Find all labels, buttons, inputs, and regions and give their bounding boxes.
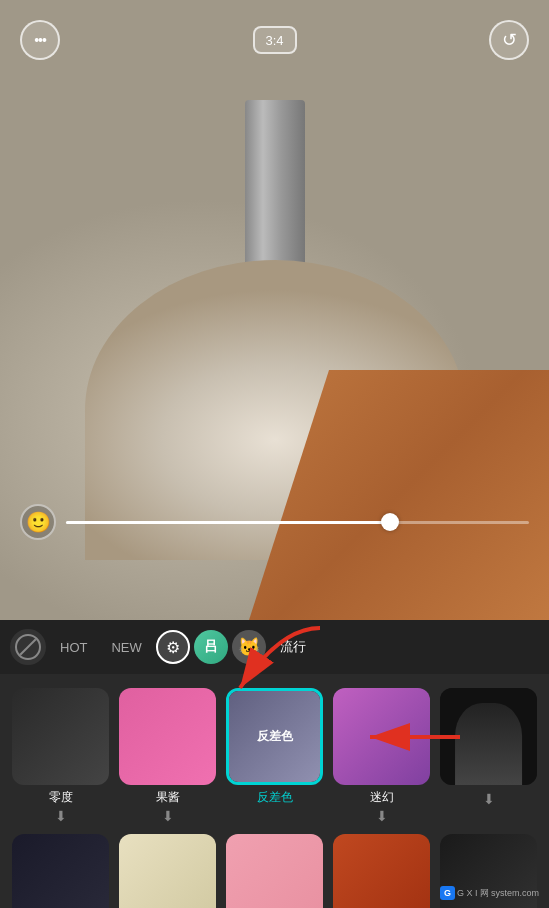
flip-icon: ↺ [502, 29, 517, 51]
more-button[interactable]: ••• [20, 20, 60, 60]
tab-lv[interactable]: 吕 [194, 630, 228, 664]
more-icon: ••• [34, 32, 46, 48]
download-icon-2[interactable]: ⬇ [162, 808, 174, 824]
lv-label: 吕 [204, 638, 218, 656]
filter-item-lingdu[interactable]: 零度 ⬇ [12, 688, 109, 824]
filter-tabs-bar: HOT NEW ⚙ 吕 🐱 流行 [0, 620, 549, 674]
tab-popular[interactable]: 流行 [270, 634, 316, 660]
watermark-domain: system.com [491, 888, 539, 898]
flip-camera-button[interactable]: ↺ [489, 20, 529, 60]
watermark: G G X I 网 system.com [440, 886, 539, 900]
beauty-slider-row: 🙂 [20, 504, 529, 540]
beauty-icon[interactable]: 🙂 [20, 504, 56, 540]
filter-item-fanchase[interactable]: 反差色 反差色 [226, 688, 323, 824]
tab-cat[interactable]: 🐱 [232, 630, 266, 664]
filter-item-portrait[interactable]: ⬇ [440, 688, 537, 824]
tab-hot[interactable]: HOT [50, 636, 97, 659]
ratio-label: 3:4 [265, 33, 283, 48]
filter-item-guojiang[interactable]: 果酱 ⬇ [119, 688, 216, 824]
filter-item-mihuan[interactable]: 迷幻 ⬇ [333, 688, 430, 824]
download-icon[interactable]: ⬇ [55, 808, 67, 824]
filter-item-mitao[interactable]: 蜜桃 ⬇ [226, 834, 323, 908]
face-icon: 🙂 [26, 510, 51, 534]
filter-item-fengye[interactable]: 枫叶 ⬇ [333, 834, 430, 908]
gear-icon: ⚙ [166, 638, 180, 657]
no-filter-button[interactable] [10, 629, 46, 665]
camera-viewfinder: ••• 3:4 ↺ 🙂 [0, 0, 549, 620]
download-icon-5[interactable]: ⬇ [483, 791, 495, 807]
watermark-site: G X I 网 [457, 887, 489, 900]
tab-new[interactable]: NEW [101, 636, 151, 659]
beauty-slider[interactable] [66, 521, 529, 524]
ratio-button[interactable]: 3:4 [253, 26, 297, 54]
filter-item-rixi[interactable]: 日系 ⬇ [119, 834, 216, 908]
filter-grid: 零度 ⬇ 果酱 ⬇ 反差色 反差色 迷幻 ⬇ [0, 674, 549, 908]
download-icon-4[interactable]: ⬇ [376, 808, 388, 824]
watermark-logo: G [440, 886, 455, 900]
top-toolbar: ••• 3:4 ↺ [0, 0, 549, 80]
filter-item-yingpeng[interactable]: 影棚 ⬇ [12, 834, 109, 908]
cat-icon: 🐱 [238, 636, 260, 658]
filter-row-1: 零度 ⬇ 果酱 ⬇ 反差色 反差色 迷幻 ⬇ [12, 688, 537, 824]
tab-gear[interactable]: ⚙ [156, 630, 190, 664]
